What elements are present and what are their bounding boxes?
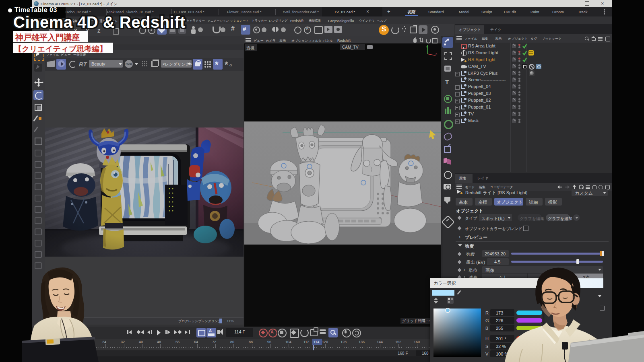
svg-text:x: x [436,52,437,56]
svg-text:Y: Y [426,45,428,49]
